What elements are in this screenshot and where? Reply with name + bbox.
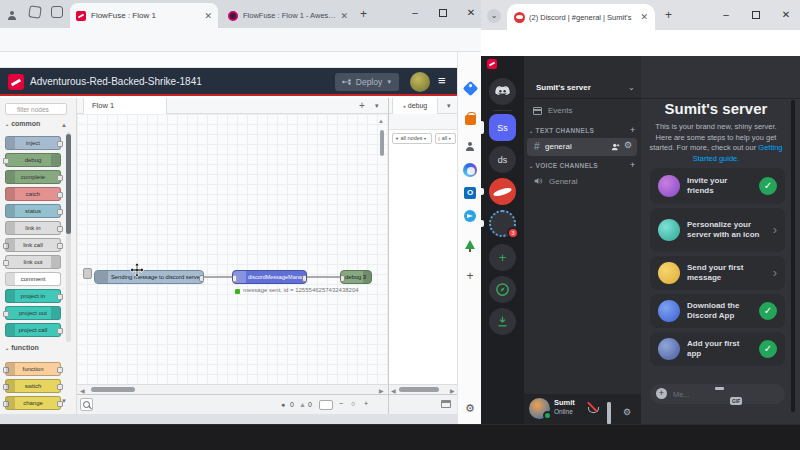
canvas-hscrollbar[interactable]: ◀ ▶ — [77, 384, 388, 394]
palette-node-change[interactable]: change — [5, 396, 61, 410]
palette-node-project-call[interactable]: project call — [5, 323, 61, 337]
debug-hscrollbar-thumb[interactable] — [399, 387, 439, 392]
flow-node-small[interactable] — [83, 268, 92, 279]
new-tab-button[interactable]: + — [360, 7, 367, 21]
download-apps-button[interactable] — [489, 308, 516, 335]
close-button[interactable]: ✕ — [458, 0, 481, 26]
sidebar-shopping-icon[interactable] — [462, 112, 478, 128]
tab-actions-icon[interactable] — [51, 6, 63, 18]
sidebar-tree-icon[interactable] — [462, 236, 478, 252]
main-scrollbar[interactable] — [791, 100, 795, 412]
debug-hscrollbar[interactable]: ◀ ▶ — [389, 384, 457, 394]
palette-node-project-in[interactable]: project in — [5, 289, 61, 303]
card-download-app[interactable]: Download the Discord App ✓ — [650, 294, 785, 328]
close-tab-icon[interactable]: ✕ — [640, 12, 648, 22]
palette-node-switch[interactable]: switch — [5, 379, 61, 393]
new-tab-button[interactable]: + — [665, 8, 672, 22]
voice-channel-general[interactable]: General — [533, 176, 577, 186]
debug-tab[interactable]: ● debug — [392, 98, 438, 114]
navigator-toggle[interactable] — [319, 400, 333, 410]
hamburger-menu-icon[interactable]: ≡ — [438, 73, 446, 88]
palette-section-common[interactable]: ⌄ common — [5, 120, 40, 127]
workspace-tab-flow1[interactable]: Flow 1 — [83, 98, 167, 114]
palette-node-project-out[interactable]: project out — [5, 306, 61, 320]
palette-node-function[interactable]: function — [5, 362, 61, 376]
palette-scroll-down-icon[interactable]: ▼ — [61, 398, 67, 404]
user-settings-icon[interactable]: ⚙ — [623, 401, 631, 419]
edge-tab-flowfuse2[interactable]: FlowFuse : Flow 1 - Awesom ✕ — [222, 3, 354, 28]
palette-node-link-call[interactable]: link call — [5, 238, 61, 252]
palette-filter-input[interactable]: filter nodes — [5, 103, 67, 115]
sidebar-caret-icon[interactable]: ▾ — [447, 102, 451, 110]
canvas-hscrollbar-thumb[interactable] — [91, 387, 135, 392]
palette-node-comment[interactable]: comment — [5, 272, 61, 286]
palette-section-function[interactable]: ⌄ function — [5, 344, 39, 351]
add-flow-icon[interactable]: + — [359, 100, 365, 111]
deploy-caret-icon[interactable]: ▼ — [386, 79, 392, 85]
minimize-button[interactable]: – — [713, 2, 739, 28]
close-tab-icon[interactable]: ✕ — [340, 11, 348, 21]
sidebar-tag-icon[interactable] — [462, 80, 478, 96]
user-avatar[interactable] — [410, 72, 430, 92]
chrome-tab-discord[interactable]: (2) Discord | #general | Sumit's ✕ — [507, 4, 655, 30]
palette-scroll-up-icon[interactable]: ▲ — [61, 122, 67, 128]
debug-filter-scope[interactable]: ▯ all ▾ — [435, 133, 456, 144]
flow-node-discord-manager[interactable]: discordMessageManager — [232, 270, 307, 284]
minimize-button[interactable]: – — [402, 0, 428, 26]
server-ds[interactable]: ds — [489, 146, 516, 173]
palette-node-inject[interactable]: inject — [5, 136, 61, 150]
sidebar-settings-icon[interactable]: ⚙ — [462, 400, 478, 416]
close-tab-icon[interactable]: ✕ — [204, 11, 212, 21]
maximize-button[interactable] — [743, 2, 769, 28]
workspaces-icon[interactable] — [28, 5, 42, 19]
channel-settings-icon[interactable]: ⚙ — [624, 141, 632, 150]
attach-icon[interactable]: + — [656, 388, 667, 399]
palette-node-link-in[interactable]: link in — [5, 221, 61, 235]
flow-node-debug3[interactable]: debug 3 — [340, 270, 372, 284]
message-composer[interactable]: + Me... GIF — [650, 384, 785, 404]
server-header[interactable]: Sumit's server ⌄ — [524, 76, 641, 99]
canvas-search-button[interactable] — [80, 398, 93, 411]
profile-icon[interactable] — [7, 6, 17, 24]
sidebar-outlook-icon[interactable]: O — [462, 185, 478, 201]
tab-search-icon[interactable]: ⌄ — [487, 9, 501, 23]
voice-channels-header[interactable]: ⌄ VOICE CHANNELS — [529, 162, 598, 169]
flow-list-caret-icon[interactable]: ▾ — [375, 102, 379, 110]
zoom-out-button[interactable]: − — [339, 400, 343, 407]
canvas-grid[interactable]: Sending message to discord server 's cha… — [77, 114, 388, 384]
canvas-vscrollbar-thumb[interactable] — [380, 130, 384, 156]
sidebar-profile-icon[interactable] — [462, 138, 478, 154]
palette-node-link-out[interactable]: link out — [5, 255, 61, 269]
palette-scrollbar-thumb[interactable] — [66, 134, 71, 234]
server-ss[interactable]: Ss — [489, 114, 516, 141]
sidebar-telegram-icon[interactable] — [462, 208, 478, 224]
maximize-button[interactable] — [430, 0, 456, 26]
sidebar-copilot-icon[interactable] — [462, 162, 478, 178]
discord-home-button[interactable] — [489, 78, 516, 105]
channel-general[interactable]: # general ⚙ — [527, 138, 637, 156]
card-invite-friends[interactable]: Invite your friends ✓ — [650, 168, 785, 204]
server-red[interactable] — [489, 178, 516, 205]
debug-filter-nodes[interactable]: ▼ all nodes ▾ — [392, 133, 432, 144]
palette-node-status[interactable]: status — [5, 204, 61, 218]
palette-node-complete[interactable]: complete — [5, 170, 61, 184]
sidebar-add-icon[interactable]: + — [462, 268, 478, 284]
flowfuse-logo[interactable] — [8, 74, 24, 90]
deafen-icon[interactable] — [607, 404, 611, 422]
palette-node-catch[interactable]: catch — [5, 187, 61, 201]
text-channels-header[interactable]: ⌄ TEXT CHANNELS — [529, 127, 594, 134]
events-item[interactable]: Events — [533, 106, 572, 115]
gif-icon[interactable]: GIF — [730, 389, 742, 407]
invite-members-icon[interactable] — [611, 142, 621, 152]
zoom-reset-button[interactable]: ○ — [351, 400, 355, 407]
close-button[interactable]: ✕ — [773, 2, 799, 28]
edge-tab-flowfuse[interactable]: FlowFuse : Flow 1 ✕ — [70, 3, 218, 28]
flow-node-inject[interactable]: Sending message to discord server 's cha… — [94, 270, 204, 284]
create-voice-channel-icon[interactable]: + — [630, 160, 635, 170]
canvas-scroll-up-icon[interactable]: ▲ — [378, 118, 384, 124]
deploy-button[interactable]: Deploy ▼ — [335, 73, 399, 91]
card-first-message[interactable]: Send your first message › — [650, 256, 785, 290]
explore-servers-button[interactable] — [489, 276, 516, 303]
add-server-button[interactable]: + — [489, 244, 516, 271]
card-personalize-server[interactable]: Personalize your server with an icon › — [650, 208, 785, 252]
